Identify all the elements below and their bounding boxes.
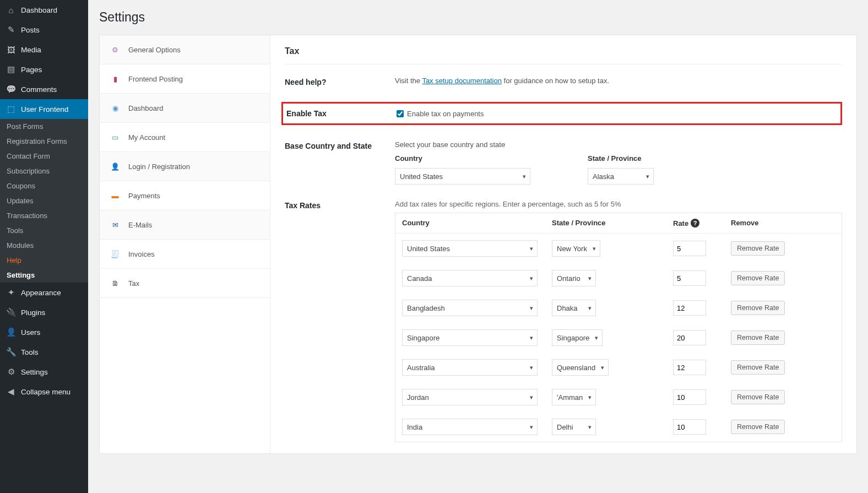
user-frontend-icon: ⬚ [6,104,17,115]
remove-rate-button[interactable]: Remove Rate [731,331,785,345]
rate-row: SingaporeSingaporeRemove Rate [395,323,842,353]
users-icon: 👤 [6,327,17,338]
sidebar-sub-post-forms[interactable]: Post Forms [0,119,88,134]
remove-rate-button[interactable]: Remove Rate [731,360,785,375]
posts-icon: ✎ [6,24,17,35]
sidebar-sub-transactions[interactable]: Transactions [0,208,88,223]
settings-nav-invoices[interactable]: 🧾Invoices [100,240,270,269]
sidebar-item-pages[interactable]: ▤Pages [0,59,88,79]
enable-tax-checkbox-wrap[interactable]: Enable tax on payments [397,110,837,118]
pages-icon: ▤ [6,64,17,75]
rate-input[interactable] [673,270,706,286]
settings-nav-frontend-posting[interactable]: ▮Frontend Posting [100,64,270,94]
sidebar-sub-subscriptions[interactable]: Subscriptions [0,164,88,178]
settings-nav-login-registration[interactable]: 👤Login / Registration [100,152,270,181]
rate-input[interactable] [673,360,706,375]
settings-nav-e-mails[interactable]: ✉E-Mails [100,210,270,240]
rate-country-select[interactable]: India [402,419,538,435]
tax-rates-label: Tax Rates [285,200,395,442]
remove-rate-button[interactable]: Remove Rate [731,271,785,285]
rate-input[interactable] [673,389,706,405]
base-state-select[interactable]: Alaska [588,168,654,185]
remove-rate-button[interactable]: Remove Rate [731,301,785,315]
rate-input[interactable] [673,330,706,345]
rate-input[interactable] [673,419,706,435]
sidebar-sub-registration-forms[interactable]: Registration Forms [0,134,88,149]
rate-row: AustraliaQueenslandRemove Rate [395,353,842,382]
country-header: Country [395,154,588,162]
rate-country-select[interactable]: Jordan [402,389,538,405]
rate-country-select[interactable]: Bangladesh [402,300,538,316]
sidebar-sub-modules[interactable]: Modules [0,238,88,253]
sidebar-sub-settings[interactable]: Settings [0,268,88,283]
section-title: Tax [285,46,842,64]
rate-state-select[interactable]: Queensland [552,359,609,376]
rate-country-select[interactable]: Canada [402,270,538,286]
sidebar-item-users[interactable]: 👤Users [0,322,88,342]
rate-state-select[interactable]: Singapore [552,329,603,346]
remove-rate-button[interactable]: Remove Rate [731,241,785,256]
enable-tax-label: Enable Tax [286,109,397,118]
base-hint: Select your base country and state [395,140,842,149]
collapse-menu-icon: ◀ [6,386,17,397]
rates-table: Country State / Province Rate? Remove Un… [395,213,842,442]
sidebar-item-tools[interactable]: 🔧Tools [0,342,88,362]
sidebar-item-plugins[interactable]: 🔌Plugins [0,302,88,322]
rates-hint: Add tax rates for specific regions. Ente… [395,200,842,208]
sidebar-sub-updates[interactable]: Updates [0,193,88,208]
rate-country-select[interactable]: Australia [402,359,538,376]
settings-nav-payments[interactable]: ▬Payments [100,181,270,210]
invoices-icon: 🧾 [110,248,121,259]
rate-input[interactable] [673,300,706,316]
tax-docs-link[interactable]: Tax setup documentation [422,77,502,85]
sidebar-item-media[interactable]: 🖾Media [0,40,88,59]
sidebar-sub-contact-form[interactable]: Contact Form [0,149,88,164]
sidebar-item-appearance[interactable]: ✦Appearance [0,283,88,302]
rate-state-select[interactable]: Dhaka [552,300,596,316]
state-header: State / Province [588,154,642,162]
rate-country-select[interactable]: United States [402,240,538,257]
e-mails-icon: ✉ [110,219,121,230]
sidebar-item-user-frontend[interactable]: ⬚User Frontend [0,99,88,119]
sidebar-item-collapse-menu[interactable]: ◀Collapse menu [0,382,88,402]
enable-tax-checkbox[interactable] [397,110,404,117]
sidebar-item-comments[interactable]: 💬Comments [0,79,88,99]
enable-tax-highlight: Enable Tax Enable tax on payments [281,102,842,125]
sidebar-item-dashboard[interactable]: ⌂Dashboard [0,0,88,20]
rate-row: CanadaOntarioRemove Rate [395,263,842,293]
settings-icon: ⚙ [6,366,17,377]
page-title: Settings [99,10,857,25]
rate-country-select[interactable]: Singapore [402,329,538,346]
tools-icon: 🔧 [6,346,17,357]
main-content: Settings ⚙General Options▮Frontend Posti… [88,0,868,493]
enable-tax-checkbox-label: Enable tax on payments [407,110,484,118]
settings-nav-dashboard[interactable]: ◉Dashboard [100,94,270,123]
rate-row: Jordan'AmmanRemove Rate [395,382,842,412]
rate-row: United StatesNew YorkRemove Rate [395,234,842,263]
comments-icon: 💬 [6,84,17,95]
sidebar-item-posts[interactable]: ✎Posts [0,20,88,40]
plugins-icon: 🔌 [6,307,17,318]
frontend-posting-icon: ▮ [110,73,121,84]
settings-nav-my-account[interactable]: ▭My Account [100,123,270,152]
rate-state-select[interactable]: 'Amman [552,389,596,405]
rate-row: IndiaDelhiRemove Rate [395,412,842,442]
settings-nav-general-options[interactable]: ⚙General Options [100,35,270,64]
help-text: Visit the Tax setup documentation for gu… [395,77,842,86]
rate-state-select[interactable]: Ontario [552,270,596,286]
remove-rate-button[interactable]: Remove Rate [731,390,785,404]
sidebar-sub-help[interactable]: Help [0,253,88,268]
settings-nav-tax[interactable]: 🗎Tax [100,269,270,298]
sidebar-sub-coupons[interactable]: Coupons [0,178,88,193]
sidebar-item-settings[interactable]: ⚙Settings [0,362,88,382]
rate-input[interactable] [673,241,706,256]
tax-settings-panel: Tax Need help? Visit the Tax setup docum… [270,35,856,453]
rate-state-select[interactable]: New York [552,240,600,257]
base-country-select[interactable]: United States [395,168,530,185]
remove-rate-button[interactable]: Remove Rate [731,420,785,434]
rates-rate-header: Rate [673,219,688,227]
rate-help-icon[interactable]: ? [691,219,699,227]
sidebar-sub-tools[interactable]: Tools [0,223,88,238]
admin-sidebar: ⌂Dashboard✎Posts🖾Media▤Pages💬Comments⬚Us… [0,0,88,493]
rate-state-select[interactable]: Delhi [552,419,596,435]
